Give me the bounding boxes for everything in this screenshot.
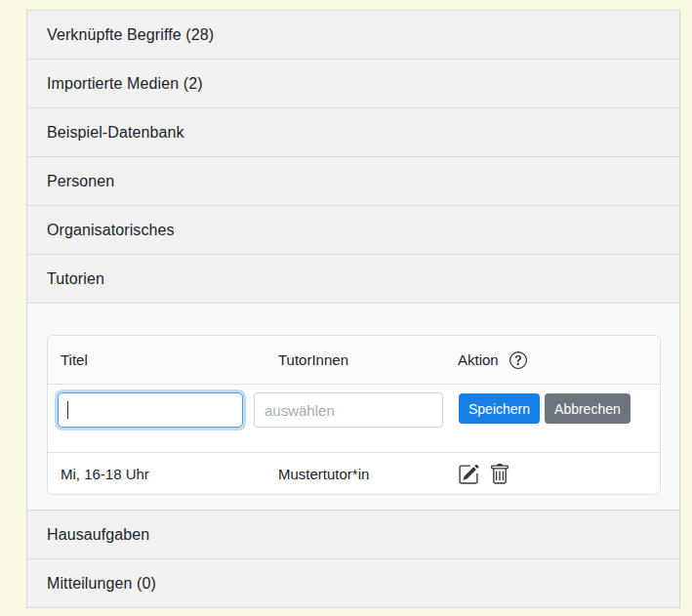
section-label: Importierte Medien (2) xyxy=(47,75,203,93)
table-form-row: Speichern Abbrechen xyxy=(48,385,660,453)
accordion-header-mitteilungen[interactable]: Mitteilungen (0) xyxy=(26,558,680,608)
cell-titel: Mi, 16-18 Uhr xyxy=(61,466,278,482)
table-header-row: Titel TutorInnen Aktion xyxy=(48,336,660,385)
cell-tutorinnen: Mustertutor*in xyxy=(278,466,458,482)
accordion: Verknüpfte Begriffe (28) Importierte Med… xyxy=(26,10,680,608)
accordion-header-tutorien[interactable]: Tutorien xyxy=(26,254,680,304)
section-label: Hausaufgaben xyxy=(47,526,149,544)
edit-icon[interactable] xyxy=(458,464,479,485)
section-label: Mitteilungen (0) xyxy=(47,575,156,593)
section-label: Organisatorisches xyxy=(47,222,175,239)
accordion-header-personen[interactable]: Personen xyxy=(26,156,680,206)
column-header-titel: Titel xyxy=(61,351,278,368)
text-caret xyxy=(67,401,68,419)
page: { "accordion": { "sections": [ { "label"… xyxy=(0,0,692,616)
question-circle-icon[interactable] xyxy=(509,351,527,369)
section-label: Personen xyxy=(47,173,114,190)
titel-input[interactable] xyxy=(58,392,243,428)
column-header-aktion: Aktion xyxy=(458,351,499,368)
accordion-header-importierte-medien[interactable]: Importierte Medien (2) xyxy=(26,59,680,108)
accordion-header-verknuepfte-begriffe[interactable]: Verknüpfte Begriffe (28) xyxy=(26,10,680,60)
abbrechen-button[interactable]: Abbrechen xyxy=(545,393,631,424)
tutorien-table: Titel TutorInnen Aktion xyxy=(47,335,661,495)
section-label: Tutorien xyxy=(47,270,104,288)
titel-input-wrapper xyxy=(58,392,243,428)
section-label: Verknüpfte Begriffe (28) xyxy=(47,26,214,44)
speichern-button[interactable]: Speichern xyxy=(459,393,540,424)
table-row: Mi, 16-18 Uhr Mustertutor*in xyxy=(48,453,660,495)
accordion-header-beispiel-datenbank[interactable]: Beispiel-Datenbank xyxy=(26,107,680,157)
tutorien-panel: Titel TutorInnen Aktion xyxy=(26,303,680,511)
tutorinnen-input[interactable] xyxy=(254,392,443,428)
trash-icon[interactable] xyxy=(489,464,510,485)
accordion-header-organisatorisches[interactable]: Organisatorisches xyxy=(26,205,680,255)
accordion-header-hausaufgaben[interactable]: Hausaufgaben xyxy=(26,510,680,559)
section-label: Beispiel-Datenbank xyxy=(47,124,184,142)
column-header-tutorinnen: TutorInnen xyxy=(278,351,458,368)
